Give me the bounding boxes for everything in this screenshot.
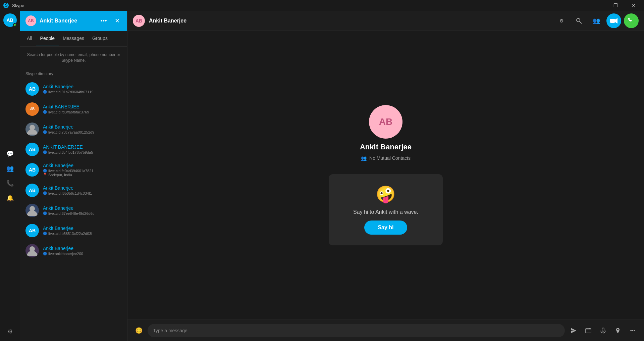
svg-line-4 [580, 21, 582, 23]
svg-marker-6 [615, 18, 618, 23]
search-panel: AB Ankit Banerjee ••• ✕ All People Messa… [20, 11, 127, 341]
wave-card: 🤪 Say hi to Ankit with a wave. Say hi [329, 174, 443, 245]
contact-item-8[interactable]: AB Ankit Banerjee 🔵 live:.cid.b58513cf22… [20, 221, 127, 241]
contact-avatar-3 [25, 123, 39, 136]
location-button[interactable] [612, 325, 624, 337]
minimize-button[interactable]: — [590, 0, 605, 11]
contact-info-4: ANKIT BANERJEE 🔵 live:.cid.3c4fcd178b7b9… [43, 144, 122, 154]
contact-item-5[interactable]: AB Ankit Banerjee 🔵 live:.cid.fe04d39460… [20, 159, 127, 180]
nav-settings-icon[interactable]: ⚙ [3, 325, 17, 338]
nav-sidebar: AB 💬 👥 📞 🔔 ⚙ [0, 11, 20, 341]
say-hi-button[interactable]: Say hi [364, 221, 407, 235]
tab-people[interactable]: People [36, 31, 59, 46]
tab-groups[interactable]: Groups [88, 31, 112, 46]
chat-content: AB Ankit Banerjee 👥 No Mutual Contacts 🤪… [127, 31, 644, 320]
user-avatar-nav[interactable]: AB [3, 13, 17, 27]
message-input[interactable] [153, 328, 559, 333]
contact-item-4[interactable]: AB ANKIT BANERJEE 🔵 live:.cid.3c4fcd178b… [20, 139, 127, 159]
search-hint: Search for people by name, email, phone … [20, 47, 127, 69]
contact-location-5: 📍 Sodepur, India [43, 173, 122, 177]
user-initials: AB [6, 17, 13, 23]
directory-label: Skype directory [20, 69, 127, 79]
add-people-button[interactable]: 👥 [589, 13, 604, 28]
contact-avatar-8: AB [25, 224, 39, 237]
svg-rect-5 [610, 19, 615, 23]
contact-id-4: 🔵 live:.cid.3c4fcd178b7b9da5 [43, 150, 122, 154]
restore-button[interactable]: ❐ [608, 0, 623, 11]
contact-item-3[interactable]: Ankit Banerjee 🔵 live:.cid.73c7a7aa00125… [20, 119, 127, 139]
chat-header-name: Ankit Banerjee [149, 18, 551, 24]
contact-id-5: 🔵 live:.cid.fe04d394601a7821 [43, 169, 122, 173]
contact-info-3: Ankit Banerjee 🔵 live:.cid.73c7a7aa00125… [43, 124, 122, 134]
video-call-button[interactable] [606, 13, 621, 28]
contact-item-1[interactable]: AB Ankit Banerjee 🔵 live:.cid.91a7d0604f… [20, 79, 127, 99]
tab-all[interactable]: All [23, 31, 36, 46]
close-search-button[interactable]: ✕ [112, 16, 122, 26]
search-button[interactable] [572, 13, 586, 28]
contact-info-6: Ankit Banerjee 🔵 live:.cid.f6b0b6c1d4c03… [43, 185, 122, 195]
profile-avatar-large: AB [369, 105, 402, 139]
more-actions-button[interactable]: ••• [627, 325, 639, 337]
contact-id-1: 🔵 live:.cid.91a7d0604fb67119 [43, 90, 122, 94]
contact-info-7: Ankit Banerjee 🔵 live:.cid.37ee848e49d26… [43, 205, 122, 215]
chat-area: AB Ankit Banerjee ⚙ 👥 AB [127, 11, 644, 341]
emoji-button[interactable]: 😊 [133, 325, 145, 337]
contact-name-2: Ankit BANERJEE [43, 104, 122, 109]
nav-notifications-icon[interactable]: 🔔 [3, 191, 17, 205]
contact-name-4: ANKIT BANERJEE [43, 144, 122, 150]
contact-name-6: Ankit Banerjee [43, 185, 122, 191]
search-header-name: Ankit Banerjee [40, 18, 77, 24]
contact-name-5: Ankit Banerjee [43, 163, 122, 168]
contact-avatar-5: AB [25, 163, 39, 177]
contact-avatar-9 [25, 244, 39, 257]
contact-avatar-1: AB [25, 82, 39, 96]
schedule-button[interactable] [582, 325, 594, 337]
contact-name-8: Ankit Banerjee [43, 226, 122, 231]
contact-item-9[interactable]: Ankit Banerjee 🔵 live:ankitbanerjee200 [20, 241, 127, 261]
close-button[interactable]: ✕ [626, 0, 641, 11]
contact-info-9: Ankit Banerjee 🔵 live:ankitbanerjee200 [43, 246, 122, 256]
contact-avatar-2: AB [25, 102, 39, 116]
title-bar: Skype — ❐ ✕ [0, 0, 644, 11]
skype-logo-icon [3, 2, 9, 9]
profile-name-large: Ankit Banerjee [360, 143, 412, 151]
svg-point-3 [577, 18, 580, 22]
contact-item-7[interactable]: Ankit Banerjee 🔵 live:.cid.37ee848e49d26… [20, 200, 127, 221]
contacts-list: AB Ankit Banerjee 🔵 live:.cid.91a7d0604f… [20, 79, 127, 341]
contact-info-5: Ankit Banerjee 🔵 live:.cid.fe04d394601a7… [43, 163, 122, 177]
search-header-avatar: AB [25, 15, 36, 26]
contact-item-2[interactable]: AB Ankit BANERJEE 🔵 live:.cid.fd3ffabfbf… [20, 99, 127, 119]
contact-avatar-6: AB [25, 184, 39, 197]
search-tabs: All People Messages Groups [20, 31, 127, 47]
contact-id-3: 🔵 live:.cid.73c7a7aa001252d9 [43, 130, 122, 134]
audio-call-button[interactable] [624, 13, 639, 28]
audio-button[interactable] [597, 325, 609, 337]
contact-info-8: Ankit Banerjee 🔵 live:.cid.b58513cf22a2d… [43, 226, 122, 236]
chat-header: AB Ankit Banerjee ⚙ 👥 [127, 11, 644, 31]
contact-info-1: Ankit Banerjee 🔵 live:.cid.91a7d0604fb67… [43, 84, 122, 94]
contact-id-9: 🔵 live:ankitbanerjee200 [43, 252, 122, 256]
nav-phone-icon[interactable]: 📞 [3, 177, 17, 190]
profile-mutual: 👥 No Mutual Contacts [361, 155, 411, 161]
contact-name-9: Ankit Banerjee [43, 246, 122, 251]
contact-name-7: Ankit Banerjee [43, 205, 122, 211]
wave-text: Say hi to Ankit with a wave. [353, 209, 418, 215]
nav-people-icon[interactable]: 👥 [3, 162, 17, 175]
send-button[interactable] [568, 325, 580, 337]
contact-name-3: Ankit Banerjee [43, 124, 122, 130]
contact-id-7: 🔵 live:.cid.37ee848e49d26d6d [43, 211, 122, 215]
contact-item-6[interactable]: AB Ankit Banerjee 🔵 live:.cid.f6b0b6c1d4… [20, 180, 127, 200]
svg-rect-7 [586, 329, 591, 333]
message-input-wrap [148, 324, 565, 337]
settings-button[interactable]: ⚙ [555, 15, 568, 27]
chat-header-avatar: AB [133, 15, 145, 27]
contact-id-8: 🔵 live:.cid.b58513cf22a2d03f [43, 232, 122, 236]
contact-id-2: 🔵 live:.cid.fd3ffabfbfac3769 [43, 110, 122, 114]
nav-chat-icon[interactable]: 💬 [3, 147, 17, 160]
tab-messages[interactable]: Messages [59, 31, 88, 46]
wave-emoji: 🤪 [376, 185, 396, 204]
more-options-button[interactable]: ••• [98, 15, 110, 27]
svg-rect-11 [602, 328, 604, 331]
contact-avatar-4: AB [25, 143, 39, 156]
contact-name-1: Ankit Banerjee [43, 84, 122, 89]
